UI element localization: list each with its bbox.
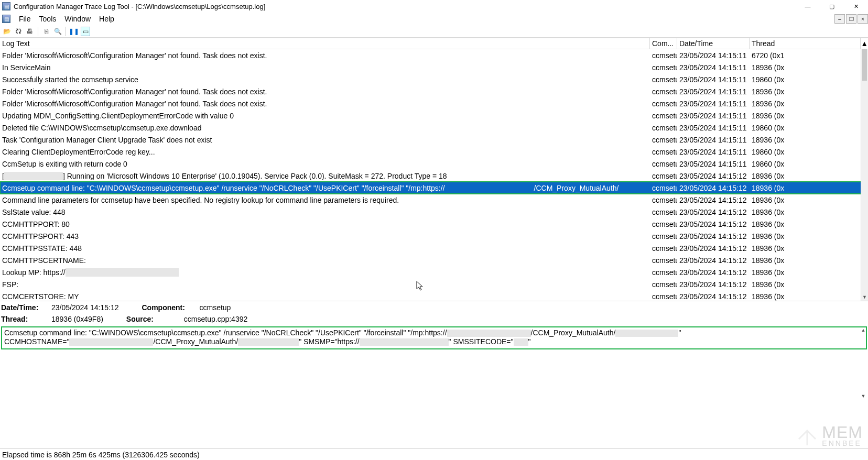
detail-datetime-label: Date/Time:	[1, 303, 46, 312]
log-text-cell: Folder 'Microsoft\Microsoft\Configuratio…	[0, 97, 650, 109]
log-row[interactable]: CCMCERTSTORE: MYccmsetu23/05/2024 14:15:…	[0, 290, 868, 301]
vertical-scrollbar[interactable]: ▼	[861, 49, 868, 301]
datetime-cell: 23/05/2024 14:15:12	[677, 206, 750, 218]
thread-cell: 18936 (0x	[750, 194, 868, 206]
find-icon[interactable]: 🔍	[53, 27, 62, 36]
log-row[interactable]: Lookup MP: https://ccmsetu23/05/2024 14:…	[0, 266, 868, 278]
detail-datetime-value: 23/05/2024 14:15:12	[51, 303, 118, 312]
log-row[interactable]: Task 'Configuration Manager Client Upgra…	[0, 134, 868, 146]
log-row[interactable]: FSP:ccmsetu23/05/2024 14:15:1218936 (0x	[0, 278, 868, 290]
detail-body-2a: CCMHOSTNAME="	[4, 337, 69, 346]
app-icon: ▤	[2, 2, 10, 10]
component-cell: ccmsetu	[650, 97, 677, 109]
scroll-down-icon[interactable]: ▼	[861, 293, 868, 301]
highlight-icon[interactable]: ▭	[81, 27, 90, 36]
component-cell: ccmsetu	[650, 194, 677, 206]
log-row[interactable]: SslState value: 448ccmsetu23/05/2024 14:…	[0, 206, 868, 218]
column-headers: Log Text Com... Date/Time Thread ▲	[0, 38, 868, 49]
log-row[interactable]: Folder 'Microsoft\Microsoft\Configuratio…	[0, 85, 868, 97]
thread-cell: 18936 (0x	[750, 254, 868, 266]
datetime-cell: 23/05/2024 14:15:11	[677, 85, 750, 97]
log-row[interactable]: [] Running on 'Microsoft Windows 10 Ente…	[0, 170, 868, 182]
log-text-cell: [] Running on 'Microsoft Windows 10 Ente…	[0, 170, 650, 182]
detail-scroll-down-icon[interactable]: ▼	[860, 392, 867, 400]
copy-icon[interactable]: ⎘	[41, 27, 51, 36]
redacted-text	[360, 338, 449, 346]
log-row[interactable]: CCMHTTPPORT: 80ccmsetu23/05/2024 14:15:1…	[0, 218, 868, 230]
toolbar-separator	[66, 27, 66, 36]
component-cell: ccmsetu	[650, 122, 677, 134]
header-logtext[interactable]: Log Text	[0, 38, 650, 49]
log-row[interactable]: Command line parameters for ccmsetup hav…	[0, 194, 868, 206]
log-row[interactable]: Clearing ClientDeploymentErrorCode reg k…	[0, 146, 868, 158]
log-text-cell: CcmSetup is exiting with return code 0	[0, 158, 650, 170]
log-row[interactable]: CcmSetup is exiting with return code 0cc…	[0, 158, 868, 170]
refresh-icon[interactable]: 🗘	[14, 27, 23, 36]
scroll-up-icon[interactable]: ▲	[860, 38, 868, 49]
menu-help[interactable]: Help	[95, 14, 118, 24]
log-text-cell: Deleted file C:\WINDOWS\ccmsetup\ccmsetu…	[0, 122, 650, 134]
statusbar: Elapsed time is 868h 25m 6s 425ms (31263…	[0, 448, 868, 460]
header-datetime[interactable]: Date/Time	[677, 38, 750, 49]
component-cell: ccmsetu	[650, 73, 677, 85]
detail-body-2d: " SMSSITECODE="	[449, 337, 514, 346]
minimize-button[interactable]: —	[796, 0, 820, 13]
mdi-restore-button[interactable]: ❐	[846, 14, 856, 24]
thread-cell: 18936 (0x	[750, 97, 868, 109]
menu-file[interactable]: File	[15, 14, 35, 24]
component-cell: ccmsetu	[650, 109, 677, 122]
datetime-cell: 23/05/2024 14:15:11	[677, 109, 750, 122]
mdi-close-button[interactable]: ×	[858, 14, 868, 24]
detail-body-2c: " SMSMP="https://	[299, 337, 359, 346]
component-cell: ccmsetu	[650, 182, 677, 194]
thread-cell: 18936 (0x	[750, 85, 868, 97]
menu-window[interactable]: Window	[60, 14, 95, 24]
header-thread[interactable]: Thread	[750, 38, 860, 49]
window-title: Configuration Manager Trace Log Tool - […	[14, 3, 265, 10]
log-row[interactable]: CCMHTTPSCERTNAME:ccmsetu23/05/2024 14:15…	[0, 254, 868, 266]
thread-cell: 18936 (0x	[750, 206, 868, 218]
detail-thread-label: Thread:	[1, 315, 46, 323]
detail-pane: Date/Time: 23/05/2024 14:15:12 Component…	[0, 301, 868, 351]
maximize-button[interactable]: ▢	[820, 0, 844, 13]
log-row[interactable]: Successfully started the ccmsetup servic…	[0, 73, 868, 85]
thread-cell: 19860 (0x	[750, 73, 868, 85]
detail-message[interactable]: Ccmsetup command line: "C:\WINDOWS\ccmse…	[1, 326, 867, 349]
log-row[interactable]: Updating MDM_ConfigSetting.ClientDeploym…	[0, 109, 868, 122]
header-component[interactable]: Com...	[650, 38, 677, 49]
log-row[interactable]: CCMHTTPSSTATE: 448ccmsetu23/05/2024 14:1…	[0, 242, 868, 254]
thread-cell: 18936 (0x	[750, 61, 868, 73]
redacted-text	[615, 330, 678, 337]
datetime-cell: 23/05/2024 14:15:11	[677, 73, 750, 85]
detail-source-label: Source:	[126, 315, 179, 323]
log-row[interactable]: Folder 'Microsoft\Microsoft\Configuratio…	[0, 97, 868, 109]
redacted-text	[514, 338, 528, 346]
log-row[interactable]: Deleted file C:\WINDOWS\ccmsetup\ccmsetu…	[0, 122, 868, 134]
scrollbar-thumb[interactable]	[862, 49, 867, 81]
datetime-cell: 23/05/2024 14:15:12	[677, 278, 750, 290]
menu-tools[interactable]: Tools	[35, 14, 61, 24]
mdi-minimize-button[interactable]: –	[834, 14, 845, 24]
log-row[interactable]: In ServiceMainccmsetu23/05/2024 14:15:11…	[0, 61, 868, 73]
log-text-cell: Updating MDM_ConfigSetting.ClientDeploym…	[0, 109, 650, 122]
datetime-cell: 23/05/2024 14:15:12	[677, 218, 750, 230]
detail-scroll-up-icon[interactable]: ▲	[860, 326, 867, 334]
log-row[interactable]: CCMHTTPSPORT: 443ccmsetu23/05/2024 14:15…	[0, 230, 868, 242]
thread-cell: 18936 (0x	[750, 242, 868, 254]
datetime-cell: 23/05/2024 14:15:12	[677, 170, 750, 182]
log-text-cell: FSP:	[0, 278, 650, 290]
component-cell: ccmsetu	[650, 134, 677, 146]
log-row[interactable]: Ccmsetup command line: "C:\WINDOWS\ccmse…	[0, 182, 868, 194]
log-text-cell: Lookup MP: https://	[0, 266, 650, 278]
redacted-text	[4, 172, 63, 180]
pause-icon[interactable]: ❚❚	[69, 27, 79, 36]
detail-component-value: ccmsetup	[199, 303, 231, 312]
thread-cell: 18936 (0x	[750, 218, 868, 230]
log-row[interactable]: Folder 'Microsoft\Microsoft\Configuratio…	[0, 49, 868, 61]
open-icon[interactable]: 📂	[2, 27, 12, 36]
close-button[interactable]: ✕	[844, 0, 868, 13]
component-cell: ccmsetu	[650, 254, 677, 266]
thread-cell: 18936 (0x	[750, 182, 868, 194]
print-icon[interactable]: 🖶	[25, 27, 35, 36]
component-cell: ccmsetu	[650, 206, 677, 218]
